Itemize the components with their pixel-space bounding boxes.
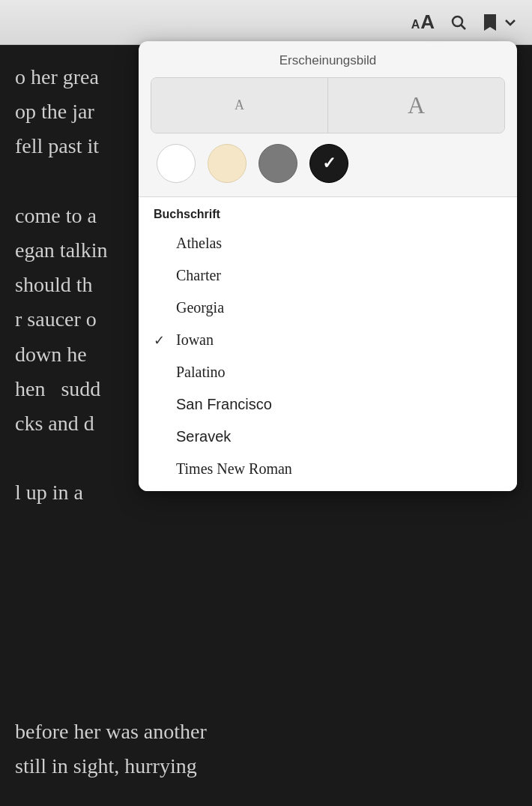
decrease-font-button[interactable]: A xyxy=(151,78,328,133)
font-item-georgia[interactable]: Georgia xyxy=(139,292,517,324)
bookmark-icon xyxy=(483,13,498,32)
font-item-times[interactable]: Times New Roman xyxy=(139,453,517,485)
toolbar: A A xyxy=(0,0,532,45)
font-large-a: A xyxy=(408,91,425,119)
font-name-athelas: Athelas xyxy=(176,235,222,252)
font-size-button[interactable]: A A xyxy=(408,7,438,37)
book-bottom-line-1: before her was another xyxy=(15,715,517,749)
bookmark-button[interactable] xyxy=(480,10,501,35)
font-name-times: Times New Roman xyxy=(176,460,292,478)
color-white-button[interactable] xyxy=(157,144,196,183)
increase-font-button[interactable]: A xyxy=(328,78,504,133)
font-item-charter[interactable]: Charter xyxy=(139,259,517,292)
search-icon xyxy=(450,13,468,31)
iowan-check: ✓ xyxy=(154,332,176,349)
font-size-icon: A A xyxy=(411,10,435,34)
font-name-iowan: Iowan xyxy=(176,331,214,349)
chevron-down-icon xyxy=(505,19,516,26)
font-item-athelas[interactable]: Athelas xyxy=(139,227,517,259)
font-small-a: A xyxy=(235,97,244,113)
font-name-seravek: Seravek xyxy=(176,428,231,445)
color-gray-button[interactable] xyxy=(259,144,297,183)
popover-title: Erscheinungsbild xyxy=(139,41,517,77)
font-item-seravek[interactable]: Seravek xyxy=(139,421,517,453)
black-selected-checkmark: ✓ xyxy=(322,154,336,173)
svg-line-1 xyxy=(462,25,466,29)
buchschrift-label: Buchschrift xyxy=(139,208,517,227)
svg-point-0 xyxy=(453,16,462,26)
color-black-button[interactable]: ✓ xyxy=(309,144,348,183)
appearance-popover: Erscheinungsbild A A ✓ Buchschrift Athel… xyxy=(139,41,517,491)
font-name-georgia: Georgia xyxy=(176,299,224,316)
font-name-san-francisco: San Francisco xyxy=(176,396,272,413)
font-size-row: A A xyxy=(151,77,505,133)
font-name-palatino: Palatino xyxy=(176,364,226,381)
book-bottom-line-2: still in sight, hurrying xyxy=(15,749,517,784)
font-size-small-label: A xyxy=(411,18,420,31)
font-item-san-francisco[interactable]: San Francisco xyxy=(139,388,517,421)
search-button[interactable] xyxy=(447,10,471,34)
font-size-large-label: A xyxy=(420,10,435,34)
font-name-charter: Charter xyxy=(176,267,221,284)
color-row: ✓ xyxy=(139,144,517,196)
font-item-iowan[interactable]: ✓ Iowan xyxy=(139,324,517,356)
bookmark-area xyxy=(480,10,519,35)
font-list-section: Buchschrift Athelas Charter Georgia ✓ Io… xyxy=(139,197,517,491)
font-item-palatino[interactable]: Palatino xyxy=(139,356,517,388)
book-text-bottom: before her was another still in sight, h… xyxy=(15,715,517,784)
bookmark-chevron-button[interactable] xyxy=(502,16,519,29)
color-sepia-button[interactable] xyxy=(208,144,247,183)
